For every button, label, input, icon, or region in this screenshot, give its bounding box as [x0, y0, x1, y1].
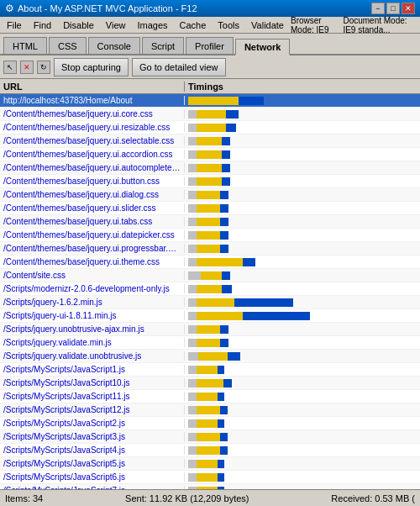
table-row[interactable]: /Scripts/MyScripts/JavaScript1.js: [0, 363, 420, 377]
tab-html[interactable]: HTML: [3, 37, 47, 54]
menu-item-disable[interactable]: Disable: [58, 19, 99, 31]
menu-item-find[interactable]: Find: [29, 19, 56, 31]
table-row[interactable]: /Scripts/MyScripts/JavaScript6.js: [0, 471, 420, 484]
menu-item-validate[interactable]: Validate: [246, 19, 289, 31]
refresh-icon[interactable]: ↻: [37, 61, 50, 74]
timing-cell: [185, 377, 420, 389]
table-row[interactable]: /Scripts/jquery.validate.min.js: [0, 336, 420, 350]
table-row[interactable]: /Content/themes/base/jquery.ui.accordion…: [0, 148, 420, 161]
table-row[interactable]: /Scripts/MyScripts/JavaScript3.js: [0, 430, 420, 444]
cancel-icon[interactable]: ✕: [20, 61, 34, 74]
table-row[interactable]: http://localhost:43783/Home/About: [0, 94, 420, 108]
timing-bar: [188, 258, 255, 266]
bar-yellow: [197, 339, 220, 347]
timing-bar: [188, 204, 228, 213]
table-row[interactable]: /Scripts/jquery.validate.unobtrusive.js: [0, 350, 420, 363]
bar-yellow: [197, 487, 218, 490]
bar-gray: [188, 473, 197, 482]
bar-yellow: [197, 177, 222, 186]
table-row[interactable]: /Scripts/jquery-ui-1.8.11.min.js: [0, 309, 420, 323]
menu-item-images[interactable]: Images: [132, 19, 172, 31]
bar-blue: [220, 406, 228, 414]
tab-network[interactable]: Network: [235, 39, 290, 55]
table-row[interactable]: /Content/themes/base/jquery.ui.selectabl…: [0, 134, 420, 148]
table-row[interactable]: /Content/themes/base/jquery.ui.button.cs…: [0, 175, 420, 188]
bar-blue: [222, 150, 230, 159]
bar-yellow: [197, 245, 220, 253]
table-row[interactable]: /Content/themes/base/jquery.ui.dialog.cs…: [0, 188, 420, 202]
table-row[interactable]: /Content/themes/base/jquery.ui.progressb…: [0, 242, 420, 256]
table-row[interactable]: /Content/themes/base/jquery.ui.tabs.css: [0, 215, 420, 229]
tab-console[interactable]: Console: [88, 37, 140, 54]
maximize-button[interactable]: □: [386, 3, 400, 14]
bar-gray: [188, 124, 197, 132]
bar-gray: [188, 379, 197, 387]
menu-item-cache[interactable]: Cache: [175, 19, 212, 31]
bar-gray: [188, 393, 197, 401]
table-row[interactable]: /Content/themes/base/jquery.ui.theme.css: [0, 256, 420, 269]
url-cell: /Content/themes/base/jquery.ui.core.css: [0, 109, 185, 119]
timing-cell: [185, 417, 420, 430]
url-cell: /Scripts/MyScripts/JavaScript2.js: [0, 419, 185, 428]
tab-bar: HTMLCSSConsoleScriptProfilerNetwork: [0, 34, 420, 55]
pointer-icon[interactable]: ↖: [3, 61, 17, 74]
timing-cell: [185, 108, 420, 120]
table-row[interactable]: /Scripts/MyScripts/JavaScript5.js: [0, 457, 420, 471]
table-row[interactable]: /Scripts/MyScripts/JavaScript10.js: [0, 377, 420, 390]
timing-cell: [185, 229, 420, 241]
timing-cell: [185, 256, 420, 268]
bar-yellow: [197, 379, 223, 387]
table-row[interactable]: /Scripts/jquery-1.6.2.min.js: [0, 296, 420, 309]
bar-blue: [226, 124, 236, 132]
close-button[interactable]: ✕: [402, 3, 415, 14]
tab-script[interactable]: Script: [142, 37, 184, 54]
menu-item-file[interactable]: File: [2, 19, 27, 31]
table-row[interactable]: /Content/themes/base/jquery.ui.core.css: [0, 108, 420, 121]
table-row[interactable]: /Scripts/MyScripts/JavaScript11.js: [0, 390, 420, 403]
timing-bar: [188, 164, 230, 172]
timing-cell: [185, 202, 420, 214]
timing-bar: [188, 487, 224, 490]
minimize-button[interactable]: −: [371, 3, 385, 14]
bar-gray: [188, 150, 197, 159]
bar-blue: [220, 218, 228, 226]
url-cell: /Content/themes/base/jquery.ui.progressb…: [0, 244, 185, 253]
network-rows: http://localhost:43783/Home/About/Conten…: [0, 94, 420, 489]
url-cell: /Scripts/MyScripts/JavaScript4.js: [0, 445, 185, 455]
timing-bar: [188, 312, 310, 320]
bar-blue: [222, 271, 230, 280]
table-row[interactable]: /Scripts/MyScripts/JavaScript4.js: [0, 444, 420, 457]
table-row[interactable]: /Content/themes/base/jquery.ui.autocompl…: [0, 161, 420, 175]
bar-yellow: [197, 433, 220, 441]
stop-capturing-button[interactable]: Stop capturing: [54, 58, 129, 76]
table-row[interactable]: /Content/site.css: [0, 269, 420, 282]
bar-blue: [220, 245, 228, 253]
table-row[interactable]: /Scripts/jquery.unobtrusive-ajax.min.js: [0, 323, 420, 336]
bar-blue: [223, 379, 232, 387]
timing-cell: [185, 161, 420, 174]
menu-item-tools[interactable]: Tools: [213, 19, 244, 31]
tab-css[interactable]: CSS: [49, 37, 87, 54]
url-cell: /Scripts/MyScripts/JavaScript6.js: [0, 472, 185, 482]
table-row[interactable]: /Content/themes/base/jquery.ui.slider.cs…: [0, 202, 420, 215]
window-title: About - My ASP.NET MVC Application - F12: [18, 3, 197, 13]
url-cell: /Content/themes/base/jquery.ui.slider.cs…: [0, 203, 185, 213]
tab-profiler[interactable]: Profiler: [186, 37, 234, 54]
url-cell: /Content/themes/base/jquery.ui.accordion…: [0, 150, 185, 159]
detailed-view-button[interactable]: Go to detailed view: [132, 58, 226, 76]
bar-blue: [222, 164, 230, 172]
url-cell: /Scripts/jquery.validate.min.js: [0, 338, 185, 347]
menu-item-view[interactable]: View: [101, 19, 131, 31]
url-cell: /Content/site.css: [0, 271, 185, 280]
table-row[interactable]: /Content/themes/base/jquery.ui.resizable…: [0, 121, 420, 134]
bar-blue: [243, 312, 310, 320]
table-row[interactable]: /Scripts/modernizr-2.0.6-development-onl…: [0, 282, 420, 296]
bar-gray: [188, 352, 198, 361]
table-row[interactable]: /Scripts/MyScripts/JavaScript12.js: [0, 403, 420, 417]
timing-cell: [185, 390, 420, 403]
bar-blue: [234, 298, 293, 307]
table-row[interactable]: /Content/themes/base/jquery.ui.datepicke…: [0, 229, 420, 242]
url-cell: /Scripts/jquery-ui-1.8.11.min.js: [0, 311, 185, 320]
table-row[interactable]: /Scripts/MyScripts/JavaScript2.js: [0, 417, 420, 430]
bar-yellow: [197, 298, 234, 307]
